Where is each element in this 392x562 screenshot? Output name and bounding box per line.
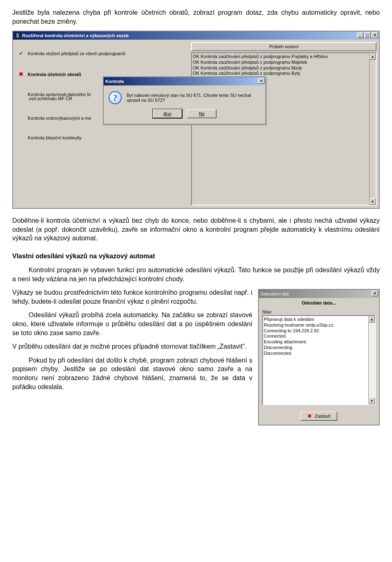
log-line: Connected. [264,334,375,339]
send-state-label: Stav: [262,309,376,314]
window-title: Rozšířená kontrola účetnictví a výkazový… [22,33,129,38]
x-icon: ✖ [307,413,313,419]
dialog-text: Byl nalezen nenulový stav na SU 671. Chc… [127,93,261,103]
question-icon: ? [109,91,122,104]
send-window: Odesílání dat × Odesílám data... Stav: P… [258,289,380,425]
log-line: OK Kontrola zaúčtování předpisů z podpro… [193,60,375,65]
dialog-titlebar: Kontrola × [104,77,265,85]
window-icon: $ [15,33,20,38]
log-line: Connecting to 194.228.2.82. [264,328,375,334]
log-panel-header: Průběh kontrol [191,42,376,51]
close-button[interactable]: × [372,32,378,38]
dialog-close-button[interactable]: × [258,78,265,84]
scroll-up-icon[interactable]: ▲ [370,53,376,60]
check-label: Kontrola bilanční kontinuity [28,135,81,140]
section-title: Vlastní odesílání výkazů na výkazový aut… [12,253,380,260]
x-icon: ✖ [19,71,24,77]
log-line: OK Kontrola zaúčtování předpisů z podpro… [193,65,375,71]
maximize-button[interactable]: □ [364,32,371,38]
stop-button[interactable]: ✖ Zastavit [301,412,337,421]
log-line: Resolving hostname smtp.o2isp.cz. [264,322,375,328]
dialog-title: Kontrola [105,79,124,84]
check-label: Kontrola vložení předpisů ze všech podpr… [28,51,125,56]
send-titlebar: Odesílání dat × [259,290,379,298]
mid-paragraph: Doběhne-li kontrola účetnictví a výkazů … [12,216,380,243]
log-line: Připravuji data k odeslání [264,317,375,322]
send-window-title: Odesílání dat [261,291,289,296]
scroll-down-icon[interactable]: ▼ [370,198,376,205]
body-paragraph: Kontrolní program je vybaven funkcí pro … [12,266,380,283]
send-log-box: Připravuji data k odeslání Resolving hos… [262,315,376,405]
check-label: .xsd schématu MF ČR [28,96,72,101]
log-line: Disconnecting. [264,345,375,351]
intro-paragraph: Jestliže byla nalezena chyba při kontrol… [12,8,380,26]
log-line: OK Kontrola zaúčtování předpisů z podpro… [193,54,375,60]
check-row: ✔ Kontrola vložení předpisů ze všech pod… [19,50,185,56]
check-label: Kontrola účetních obratů [28,72,81,77]
minimize-button[interactable]: _ [357,32,363,38]
scrollbar[interactable]: ▲ ▼ [368,316,375,404]
scroll-up-icon[interactable]: ▲ [369,316,375,322]
stop-button-label: Zastavit [315,414,331,419]
check-row: Kontrola bilanční kontinuity [19,135,185,140]
yes-button[interactable]: Ano [153,109,182,118]
log-line: OK Kontrola zaúčtování předpisů z podpro… [193,71,375,76]
log-line: Encoding attachment [264,339,375,345]
send-header: Odesílám data... [259,298,379,309]
confirm-dialog: Kontrola × ? Byl nalezen nenulový stav n… [103,76,266,125]
log-line: Disconnected. [264,351,375,356]
no-button[interactable]: Ne [187,109,216,118]
app-window: $ Rozšířená kontrola účetnictví a výkazo… [12,31,380,209]
titlebar: $ Rozšířená kontrola účetnictví a výkazo… [13,31,379,40]
check-label: Kontrola vnitrovýkazových a me [28,116,91,121]
send-close-button[interactable]: × [372,291,378,296]
scrollbar[interactable]: ▲ ▼ [369,53,376,205]
scroll-down-icon[interactable]: ▼ [369,398,375,404]
log-box: OK Kontrola zaúčtování předpisů z podpro… [191,52,376,206]
check-ok-icon: ✔ [19,50,24,56]
